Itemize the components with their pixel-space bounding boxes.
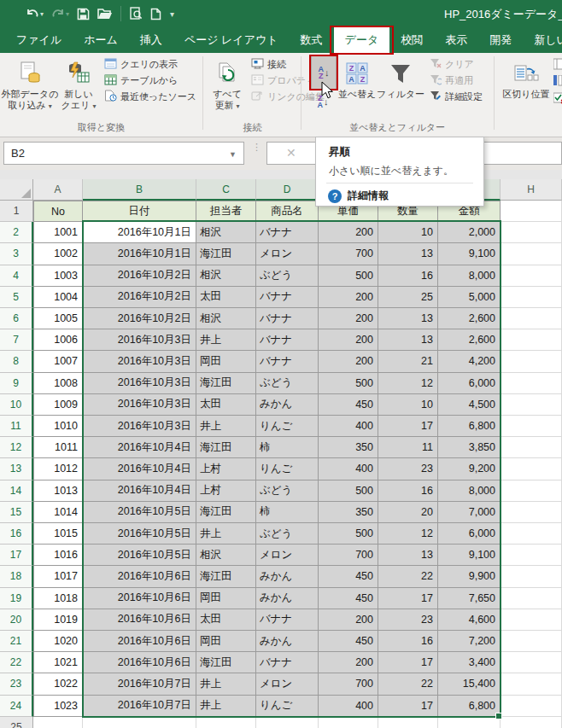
cell-G8[interactable]: 4,200 [438,351,501,372]
cell-B22[interactable]: 2016年10月6日 [83,652,196,673]
cell-D10[interactable]: みかん [256,394,319,416]
advanced-filter-button[interactable]: 詳細設定 [430,89,483,104]
cell-E15[interactable]: 350 [319,502,378,523]
cell-B3[interactable]: 2016年10月1日 [83,243,196,265]
cell-H18[interactable] [501,566,562,587]
cell-D22[interactable]: バナナ [256,652,319,673]
tab-6[interactable]: 校閲 [389,27,434,53]
cell-D25[interactable] [256,717,319,728]
cell-G23[interactable]: 15,400 [438,673,501,695]
cell-G19[interactable]: 7,650 [438,588,501,609]
cell-B9[interactable]: 2016年10月3日 [83,373,196,394]
row-header-15[interactable]: 15 [0,502,33,523]
cell-A6[interactable]: 1005 [33,308,83,329]
cell-A16[interactable]: 1015 [33,523,83,545]
cell-F9[interactable]: 12 [378,373,438,394]
cell-B4[interactable]: 2016年10月2日 [83,265,196,287]
cell-C12[interactable]: 海江田 [196,437,256,458]
column-header-C[interactable]: C [196,179,256,201]
cell-D9[interactable]: ぶどう [256,373,319,394]
cell-B24[interactable]: 2016年10月7日 [83,696,196,717]
cell-B23[interactable]: 2016年10月7日 [83,673,196,695]
cell-A23[interactable]: 1022 [33,673,83,695]
tab-3[interactable]: ページ レイアウト [173,27,290,53]
cell-C13[interactable]: 上村 [196,458,256,480]
cell-G12[interactable]: 3,850 [438,437,501,458]
cell-E10[interactable]: 450 [319,394,378,416]
cell-D21[interactable]: みかん [256,631,319,652]
cell-G14[interactable]: 8,000 [438,480,501,502]
cell-F14[interactable]: 16 [378,480,438,502]
cell-G9[interactable]: 6,000 [438,373,501,394]
cell-E11[interactable]: 400 [319,416,378,437]
open-folder-icon[interactable] [97,8,113,20]
cell-G15[interactable]: 7,000 [438,502,501,523]
cell-H5[interactable] [501,287,562,308]
cell-B19[interactable]: 2016年10月6日 [83,588,196,609]
cell-E4[interactable]: 500 [319,265,378,287]
cell-G4[interactable]: 8,000 [438,265,501,287]
cell-B8[interactable]: 2016年10月3日 [83,351,196,372]
cell-H13[interactable] [501,458,562,480]
cell-F11[interactable]: 17 [378,416,438,437]
cell-A3[interactable]: 1002 [33,243,83,265]
cell-C20[interactable]: 太田 [196,609,256,631]
row-header-4[interactable]: 4 [0,265,33,287]
cell-E9[interactable]: 500 [319,373,378,394]
row-header-22[interactable]: 22 [0,652,33,673]
table-header-cell-商品名[interactable]: 商品名 [256,201,319,222]
cell-D2[interactable]: バナナ [256,222,319,243]
cell-E7[interactable]: 200 [319,329,378,351]
cell-A20[interactable]: 1019 [33,609,83,631]
cell-F2[interactable]: 10 [378,222,438,243]
cell-H15[interactable] [501,502,562,523]
undo-icon[interactable]: ▾ [26,8,44,20]
cell-A22[interactable]: 1021 [33,652,83,673]
cell-F22[interactable]: 17 [378,652,438,673]
cell-E2[interactable]: 200 [319,222,378,243]
row-header-10[interactable]: 10 [0,394,33,416]
show-queries-button[interactable]: クエリの表示 [104,56,178,72]
row-header-19[interactable]: 19 [0,588,33,609]
cell-H11[interactable] [501,416,562,437]
cell-F5[interactable]: 25 [378,287,438,308]
cell-F12[interactable]: 11 [378,437,438,458]
cell-D11[interactable]: りんご [256,416,319,437]
cell-F4[interactable]: 16 [378,265,438,287]
sort-descending-button[interactable]: ZA↓ [312,92,334,111]
cell-G5[interactable]: 5,000 [438,287,501,308]
cell-D24[interactable]: りんご [256,696,319,717]
cell-G25[interactable] [438,717,501,728]
cell-B15[interactable]: 2016年10月5日 [83,502,196,523]
cell-D8[interactable]: バナナ [256,351,319,372]
cell-H10[interactable] [501,394,562,416]
cell-H8[interactable] [501,351,562,372]
column-header-A[interactable]: A [33,179,83,201]
remove-duplicates-icon[interactable]: + [553,75,562,90]
cell-C22[interactable]: 海江田 [196,652,256,673]
row-header-17[interactable]: 17 [0,545,33,566]
cell-H3[interactable] [501,243,562,265]
cell-C17[interactable]: 相沢 [196,545,256,566]
formula-bar-splitter[interactable]: ⋮ [252,144,261,150]
cell-E18[interactable]: 450 [319,566,378,587]
cell-G6[interactable]: 2,600 [438,308,501,329]
cell-F23[interactable]: 22 [378,673,438,695]
cell-H20[interactable] [501,609,562,631]
cell-C11[interactable]: 井上 [196,416,256,437]
text-to-columns-button[interactable]: 区切り位置 [501,55,552,130]
redo-icon[interactable]: ▾ [51,8,69,20]
select-all-corner[interactable] [0,179,33,201]
cell-C5[interactable]: 太田 [196,287,256,308]
row-header-23[interactable]: 23 [0,673,33,695]
cell-B13[interactable]: 2016年10月4日 [83,458,196,480]
cell-F15[interactable]: 20 [378,502,438,523]
cell-D17[interactable]: メロン [256,545,319,566]
new-query-button[interactable]: 新しい クエリ ▾ [58,55,99,130]
recent-sources-button[interactable]: 最近使ったソース [104,89,196,104]
cell-B5[interactable]: 2016年10月2日 [83,287,196,308]
cell-G21[interactable]: 7,200 [438,631,501,652]
cell-A18[interactable]: 1017 [33,566,83,587]
row-header-13[interactable]: 13 [0,458,33,480]
cell-F8[interactable]: 21 [378,351,438,372]
